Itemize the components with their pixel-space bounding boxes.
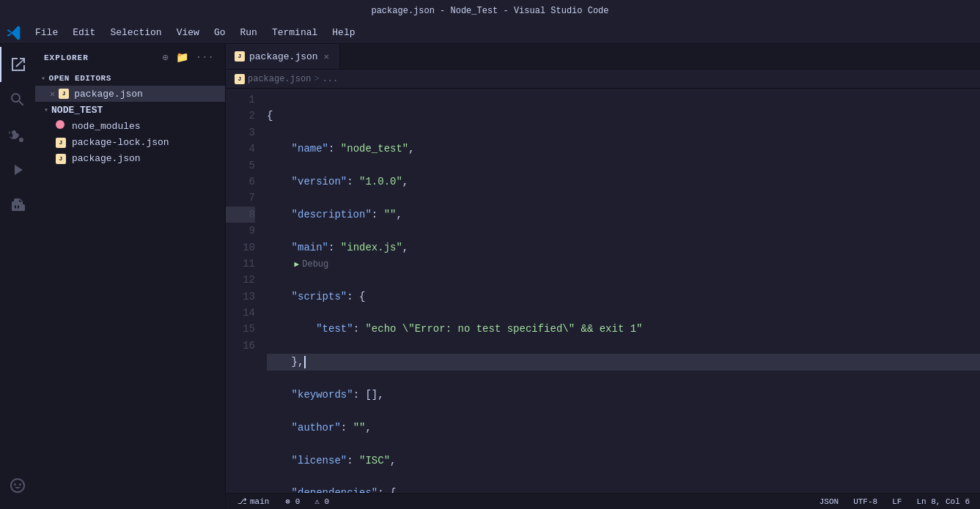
breadcrumb-sep: > bbox=[314, 74, 319, 84]
package-json-name: package.json bbox=[72, 153, 141, 164]
code-line-7: "test": "echo \"Error: no test specified… bbox=[267, 321, 980, 337]
explorer-activity-icon[interactable] bbox=[0, 47, 35, 82]
line-num-1: 1 bbox=[226, 92, 255, 108]
line-num-4: 4 bbox=[226, 141, 255, 157]
search-activity-icon[interactable] bbox=[0, 82, 35, 117]
status-language[interactable]: JSON bbox=[815, 497, 843, 506]
menu-go[interactable]: Go bbox=[207, 24, 233, 41]
open-editor-filename: package.json bbox=[74, 89, 143, 100]
sidebar-header: EXPLORER ⊕ 📁 ··· bbox=[35, 44, 225, 71]
open-editors-section[interactable]: ▾ OPEN EDITORS bbox=[35, 71, 225, 86]
activity-bar bbox=[0, 44, 35, 509]
line-ending-label: LF bbox=[892, 497, 902, 506]
code-line-8: }, bbox=[267, 354, 980, 370]
tab-label: package.json bbox=[249, 51, 318, 62]
source-control-activity-icon[interactable] bbox=[0, 117, 35, 152]
encoding-label: UTF-8 bbox=[853, 497, 877, 506]
code-content[interactable]: { "name": "node_test", "version": "1.0.0… bbox=[261, 92, 980, 493]
tab-package-json[interactable]: J package.json ✕ bbox=[226, 44, 340, 69]
npm-folder-icon bbox=[56, 120, 67, 132]
code-line-3: "version": "1.0.0", bbox=[267, 174, 980, 190]
window-title: package.json - Node_Test - Visual Studio… bbox=[371, 6, 608, 16]
code-line-10: "author": "", bbox=[267, 420, 980, 436]
line-num-9: 9 bbox=[226, 223, 255, 239]
warning-icon: ⚠ 0 bbox=[314, 497, 329, 506]
package-lock-json-file[interactable]: J package-lock.json bbox=[35, 134, 225, 150]
debug-widget: ▶ Debug bbox=[295, 258, 329, 272]
editor-area: J package.json ✕ J package.json > ... 1 … bbox=[226, 44, 980, 509]
line-num-6: 6 bbox=[226, 174, 255, 190]
run-activity-icon[interactable] bbox=[0, 152, 35, 187]
editor-tabs: J package.json ✕ bbox=[226, 44, 980, 70]
menu-help[interactable]: Help bbox=[325, 24, 362, 41]
menu-edit[interactable]: Edit bbox=[65, 24, 103, 41]
node-test-section[interactable]: ▾ NODE_TEST bbox=[35, 102, 225, 118]
breadcrumb-filename: package.json bbox=[248, 74, 311, 84]
main-layout: EXPLORER ⊕ 📁 ··· ▾ OPEN EDITORS ✕ J pack… bbox=[0, 44, 980, 509]
menu-run[interactable]: Run bbox=[232, 24, 264, 41]
status-warnings[interactable]: ⚠ 0 bbox=[310, 497, 334, 506]
extensions-activity-icon[interactable] bbox=[0, 187, 35, 223]
sidebar-header-icons: ⊕ 📁 ··· bbox=[160, 50, 216, 65]
node-modules-folder[interactable]: node_modules bbox=[35, 118, 225, 134]
code-line-5: "main": "index.js", ▶ Debug bbox=[267, 239, 980, 272]
status-line-ending[interactable]: LF bbox=[888, 497, 906, 506]
code-line-9: "keywords": [], bbox=[267, 387, 980, 403]
code-line-4: "description": "", bbox=[267, 207, 980, 223]
status-git[interactable]: ⎇ main bbox=[232, 497, 275, 506]
menu-terminal[interactable]: Terminal bbox=[265, 24, 325, 41]
breadcrumb-json-icon: J bbox=[235, 74, 245, 84]
status-encoding[interactable]: UTF-8 bbox=[849, 497, 882, 506]
code-editor: 1 2 3 4 5 6 7 8 9 10 11 12 13 14 15 16 {… bbox=[226, 89, 980, 493]
tab-close-icon[interactable]: ✕ bbox=[323, 51, 331, 63]
code-line-12: "dependencies": { bbox=[267, 485, 980, 493]
debug-play-icon: ▶ bbox=[295, 259, 300, 272]
breadcrumb: J package.json > ... bbox=[226, 70, 980, 89]
git-branch-icon: ⎇ bbox=[237, 497, 247, 506]
menubar: File Edit Selection View Go Run Terminal… bbox=[0, 22, 980, 44]
python-activity-icon[interactable] bbox=[0, 468, 35, 503]
line-num-2: 2 bbox=[226, 108, 255, 124]
line-num-12: 12 bbox=[226, 272, 255, 288]
menu-view[interactable]: View bbox=[169, 24, 207, 41]
line-num-7: 7 bbox=[226, 190, 255, 206]
code-line-2: "name": "node_test", bbox=[267, 141, 980, 157]
json-file-icon: J bbox=[58, 88, 70, 100]
line-num-5: 5 bbox=[226, 157, 255, 174]
package-lock-json-icon: J bbox=[56, 136, 67, 148]
svg-point-1 bbox=[19, 483, 21, 486]
node-test-arrow-icon: ▾ bbox=[44, 105, 48, 114]
line-num-3: 3 bbox=[226, 125, 255, 141]
tab-json-icon: J bbox=[235, 51, 245, 62]
close-file-icon[interactable]: ✕ bbox=[50, 89, 55, 100]
code-line-6: "scripts": { bbox=[267, 289, 980, 305]
sidebar: EXPLORER ⊕ 📁 ··· ▾ OPEN EDITORS ✕ J pack… bbox=[35, 44, 226, 509]
menu-file[interactable]: File bbox=[28, 24, 65, 41]
code-line-11: "license": "ISC", bbox=[267, 453, 980, 469]
new-folder-icon[interactable]: 📁 bbox=[174, 50, 191, 65]
error-icon: ⊗ 0 bbox=[285, 497, 300, 506]
breadcrumb-more: ... bbox=[323, 74, 339, 84]
svg-point-0 bbox=[14, 483, 16, 486]
package-json-file[interactable]: J package.json bbox=[35, 150, 225, 166]
line-num-8: 8 bbox=[226, 207, 255, 223]
explorer-title: EXPLORER bbox=[44, 53, 89, 62]
status-bar: ⎇ main ⊗ 0 ⚠ 0 JSON UTF-8 LF Ln 8, Col 6 bbox=[226, 493, 980, 509]
status-cursor-position[interactable]: Ln 8, Col 6 bbox=[912, 497, 974, 506]
menu-selection[interactable]: Selection bbox=[103, 24, 169, 41]
line-numbers: 1 2 3 4 5 6 7 8 9 10 11 12 13 14 15 16 bbox=[226, 92, 261, 493]
titlebar: package.json - Node_Test - Visual Studio… bbox=[0, 0, 980, 22]
line-num-14: 14 bbox=[226, 305, 255, 321]
open-editor-package-json[interactable]: ✕ J package.json bbox=[35, 86, 225, 102]
code-line-1: { bbox=[267, 108, 980, 124]
more-options-icon[interactable]: ··· bbox=[194, 50, 216, 65]
status-errors[interactable]: ⊗ 0 bbox=[281, 497, 304, 506]
node-modules-name: node_modules bbox=[72, 121, 141, 132]
open-editors-label: OPEN EDITORS bbox=[49, 74, 111, 83]
package-json-icon: J bbox=[56, 152, 67, 164]
line-num-15: 15 bbox=[226, 321, 255, 337]
language-label: JSON bbox=[819, 497, 839, 506]
new-file-icon[interactable]: ⊕ bbox=[160, 50, 170, 65]
open-editors-arrow-icon: ▾ bbox=[41, 74, 46, 83]
node-test-label: NODE_TEST bbox=[51, 105, 103, 116]
